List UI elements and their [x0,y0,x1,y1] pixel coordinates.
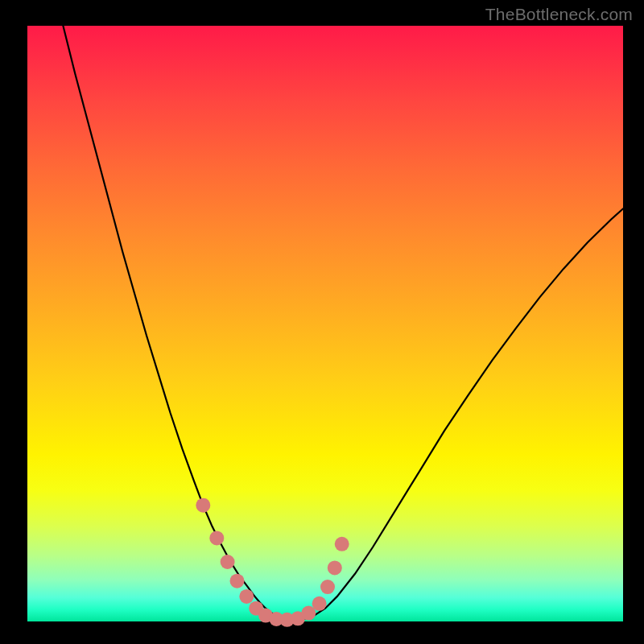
highlight-dot [320,580,335,594]
curve-line [63,26,623,620]
highlight-dot [230,574,245,588]
highlight-dot [209,530,224,545]
chart-frame: TheBottleneck.com [0,0,644,644]
highlight-dot [328,560,342,575]
highlight-dot [312,597,327,611]
highlight-dot [196,498,210,513]
highlight-dot [335,537,349,551]
plot-area [27,26,623,621]
chart-svg [27,26,623,621]
watermark-text: TheBottleneck.com [485,5,633,24]
highlight-dot [221,555,235,569]
highlight-dot [239,589,254,604]
